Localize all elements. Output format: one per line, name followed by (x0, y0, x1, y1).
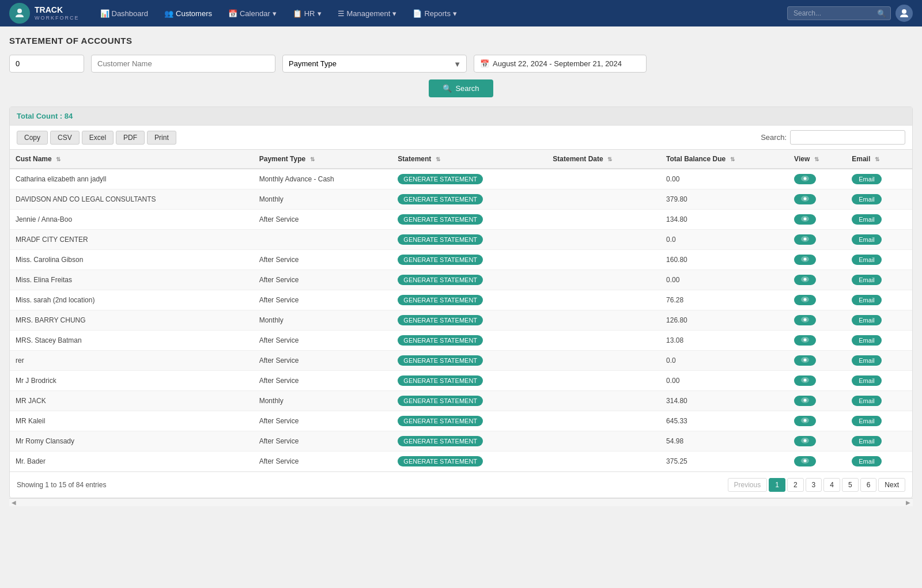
cell-email: Email (846, 331, 912, 351)
horizontal-scrollbar[interactable]: ◀ ▶ (9, 498, 913, 506)
cell-total-balance: 645.33 (660, 411, 788, 431)
svg-point-17 (804, 318, 807, 321)
th-cust-name[interactable]: Cust Name ⇅ (10, 150, 254, 169)
view-button[interactable] (794, 214, 816, 225)
generate-statement-button[interactable]: GENERATE STATEMENT (398, 174, 483, 184)
email-button[interactable]: Email (852, 295, 882, 305)
page-button-2[interactable]: 2 (787, 478, 804, 492)
th-view[interactable]: View ⇅ (788, 150, 846, 169)
view-button[interactable] (794, 436, 816, 446)
view-button[interactable] (794, 174, 816, 184)
view-button[interactable] (794, 255, 816, 265)
generate-statement-button[interactable]: GENERATE STATEMENT (398, 335, 483, 346)
generate-statement-button[interactable]: GENERATE STATEMENT (398, 355, 483, 366)
page-button-6[interactable]: 6 (860, 478, 877, 492)
table-row: MR JACK Monthly GENERATE STATEMENT 314.8… (10, 391, 912, 411)
user-avatar[interactable] (895, 5, 913, 22)
email-button[interactable]: Email (852, 174, 882, 184)
view-button[interactable] (794, 396, 816, 406)
generate-statement-button[interactable]: GENERATE STATEMENT (398, 396, 483, 406)
generate-statement-button[interactable]: GENERATE STATEMENT (398, 456, 483, 466)
cell-statement: GENERATE STATEMENT (392, 351, 547, 371)
id-filter-input[interactable] (9, 55, 84, 73)
generate-statement-button[interactable]: GENERATE STATEMENT (398, 416, 483, 426)
email-button[interactable]: Email (852, 396, 882, 406)
table-body: Catharina elizabeth ann jadyll Monthly A… (10, 169, 912, 472)
date-range-display[interactable]: 📅 August 22, 2024 - September 21, 2024 (474, 55, 647, 73)
cell-payment-type (254, 230, 392, 250)
reports-dropdown-icon: ▾ (453, 9, 457, 18)
view-button[interactable] (794, 355, 816, 366)
email-button[interactable]: Email (852, 275, 882, 285)
page-button-5[interactable]: 5 (842, 478, 859, 492)
view-button[interactable] (794, 295, 816, 305)
nav-item-hr[interactable]: 📋 HR ▾ (286, 6, 328, 21)
email-button[interactable]: Email (852, 416, 882, 426)
payment-type-filter-select[interactable]: Payment Type Monthly After Service Month… (282, 55, 467, 73)
view-button[interactable] (794, 275, 816, 285)
generate-statement-button[interactable]: GENERATE STATEMENT (398, 375, 483, 386)
view-button[interactable] (794, 234, 816, 245)
view-button[interactable] (794, 375, 816, 386)
cell-view (788, 189, 846, 210)
th-email[interactable]: Email ⇅ (846, 150, 912, 169)
print-button[interactable]: Print (147, 131, 176, 145)
email-button[interactable]: Email (852, 315, 882, 325)
view-button[interactable] (794, 315, 816, 325)
search-icon: 🔍 (443, 84, 452, 93)
email-button[interactable]: Email (852, 375, 882, 386)
copy-button[interactable]: Copy (17, 131, 48, 145)
th-statement-date[interactable]: Statement Date ⇅ (547, 150, 660, 169)
pdf-button[interactable]: PDF (116, 131, 145, 145)
nav-item-dashboard[interactable]: 📊 Dashboard (93, 6, 156, 21)
customer-name-filter-input[interactable] (91, 55, 275, 73)
cell-statement-date (547, 230, 660, 250)
generate-statement-button[interactable]: GENERATE STATEMENT (398, 214, 483, 225)
toolbar-search-input[interactable] (790, 130, 905, 145)
brand: TRACK WORKFORCE (9, 3, 80, 24)
global-search-input[interactable] (787, 6, 891, 20)
generate-statement-button[interactable]: GENERATE STATEMENT (398, 275, 483, 285)
svg-point-23 (804, 379, 807, 382)
nav-item-customers[interactable]: 👥 Customers (157, 6, 219, 21)
email-button[interactable]: Email (852, 255, 882, 265)
cell-view (788, 210, 846, 230)
generate-statement-button[interactable]: GENERATE STATEMENT (398, 436, 483, 446)
page-button-3[interactable]: 3 (806, 478, 822, 492)
email-button[interactable]: Email (852, 355, 882, 366)
cell-statement-date (547, 270, 660, 290)
generate-statement-button[interactable]: GENERATE STATEMENT (398, 315, 483, 325)
view-button[interactable] (794, 335, 816, 346)
email-button[interactable]: Email (852, 214, 882, 225)
pagination-showing-text: Showing 1 to 15 of 84 entries (17, 481, 106, 489)
email-button[interactable]: Email (852, 436, 882, 446)
cell-view (788, 230, 846, 250)
email-button[interactable]: Email (852, 234, 882, 245)
generate-statement-button[interactable]: GENERATE STATEMENT (398, 295, 483, 305)
th-total-balance[interactable]: Total Balance Due ⇅ (660, 150, 788, 169)
table-row: rer After Service GENERATE STATEMENT 0.0… (10, 351, 912, 371)
cell-payment-type: Monthly (254, 310, 392, 331)
page-button-1[interactable]: 1 (769, 478, 785, 492)
generate-statement-button[interactable]: GENERATE STATEMENT (398, 194, 483, 204)
nav-item-reports[interactable]: 📄 Reports ▾ (406, 6, 464, 21)
view-button[interactable] (794, 456, 816, 466)
view-button[interactable] (794, 416, 816, 426)
generate-statement-button[interactable]: GENERATE STATEMENT (398, 255, 483, 265)
view-button[interactable] (794, 194, 816, 204)
email-button[interactable]: Email (852, 194, 882, 204)
nav-item-management[interactable]: ☰ Management ▾ (331, 6, 404, 21)
csv-button[interactable]: CSV (50, 131, 80, 145)
excel-button[interactable]: Excel (82, 131, 114, 145)
previous-page-button[interactable]: Previous (728, 478, 768, 492)
page-button-4[interactable]: 4 (823, 478, 840, 492)
next-page-button[interactable]: Next (878, 478, 905, 492)
th-statement[interactable]: Statement ⇅ (392, 150, 547, 169)
email-button[interactable]: Email (852, 335, 882, 346)
nav-item-calendar[interactable]: 📅 Calendar ▾ (221, 6, 284, 21)
generate-statement-button[interactable]: GENERATE STATEMENT (398, 234, 483, 245)
th-payment-type[interactable]: Payment Type ⇅ (254, 150, 392, 169)
search-button[interactable]: 🔍 Search (429, 79, 493, 97)
cell-total-balance: 375.25 (660, 452, 788, 472)
email-button[interactable]: Email (852, 456, 882, 466)
